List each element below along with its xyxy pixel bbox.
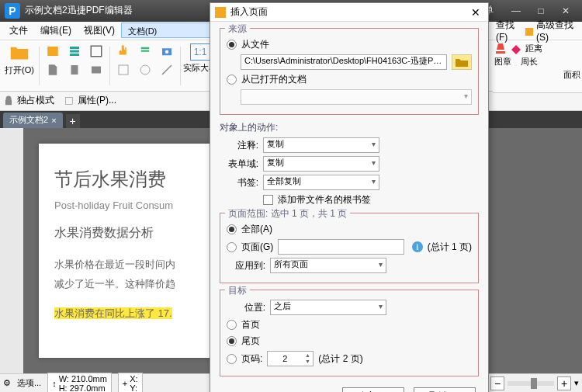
open-button[interactable]: 打开(O) — [3, 42, 36, 76]
separator — [180, 47, 181, 85]
range-all-label: 全部(A) — [241, 223, 272, 236]
target-first-radio[interactable] — [227, 320, 237, 330]
svg-rect-6 — [525, 28, 533, 36]
folder-icon — [456, 57, 468, 67]
pagenum-spinner[interactable]: 2▲▼ — [267, 351, 314, 366]
tool-btn-b1[interactable] — [43, 61, 63, 79]
gear-icon[interactable]: ⚙ — [3, 378, 11, 388]
close-button[interactable]: ✕ — [554, 3, 577, 19]
svg-rect-5 — [65, 97, 72, 104]
open-docs-select — [241, 89, 472, 105]
text-select-tool[interactable] — [135, 42, 155, 61]
target-pagenum-radio[interactable] — [227, 354, 237, 364]
range-total-hint: (总计 1 页) — [428, 241, 472, 254]
root-bookmark-label: 添加带文件名的根书签 — [278, 193, 371, 206]
zoom-out-button[interactable]: − — [490, 376, 504, 390]
target-legend: 目标 — [225, 284, 250, 297]
distance-label[interactable]: 距离 — [525, 43, 542, 54]
snapshot-tool[interactable] — [157, 42, 177, 61]
new-tab-button[interactable]: + — [66, 114, 80, 128]
dialog-close-button[interactable]: ✕ — [468, 6, 483, 19]
pages-input[interactable] — [278, 239, 404, 255]
annot-label: 注释: — [220, 139, 258, 152]
annot-select[interactable]: 复制 — [263, 137, 379, 153]
tab-label: 示例文档2 — [9, 114, 48, 126]
range-pages-radio[interactable] — [227, 242, 237, 252]
tool-btn-b3[interactable] — [86, 61, 106, 79]
tab-doc1[interactable]: 示例文档2 × — [3, 113, 63, 128]
from-file-radio[interactable] — [227, 40, 237, 50]
separator — [39, 47, 40, 85]
tool-c2[interactable] — [135, 61, 155, 79]
area-label[interactable]: 面积 — [563, 69, 580, 81]
properties-icon — [64, 95, 74, 106]
eraser-icon[interactable] — [510, 42, 522, 54]
actions-legend: 对象上的动作: — [220, 121, 479, 134]
source-group: 来源 从文件 C:\Users\Administrator\Desktop\FH… — [220, 28, 479, 115]
app-logo: P — [5, 3, 20, 19]
properties-button[interactable]: 属性(P)... — [64, 94, 116, 107]
range-all-radio[interactable] — [227, 224, 237, 234]
position-select[interactable]: 之后 — [270, 300, 386, 315]
lock-icon — [3, 95, 14, 106]
form-label: 表单域: — [220, 158, 258, 171]
properties-label: 属性(P)... — [78, 94, 116, 107]
ok-button[interactable]: 确定(O) — [342, 387, 404, 392]
separator — [109, 47, 110, 85]
zoom-dropdown-icon[interactable]: ▾ — [574, 378, 579, 388]
page-size-box: ↕ W: 210.0mmH: 297.0mm — [47, 373, 112, 393]
tool-btn-b2[interactable] — [64, 61, 85, 79]
nav-sidebar[interactable] — [0, 128, 23, 373]
source-legend: 来源 — [225, 23, 250, 36]
exclusive-label: 独占模式 — [17, 94, 54, 107]
from-file-label: 从文件 — [241, 38, 269, 51]
exclusive-mode[interactable]: 独占模式 — [3, 94, 54, 107]
menu-view[interactable]: 视图(V) — [78, 22, 121, 40]
folder-icon — [525, 26, 533, 36]
menu-file[interactable]: 文件 — [3, 22, 34, 40]
form-select[interactable]: 复制 — [263, 156, 379, 172]
zoom-slider[interactable] — [508, 381, 554, 386]
dialog-title: 插入页面 — [230, 5, 468, 19]
stamp-label[interactable]: 图章 — [494, 56, 511, 68]
range-pages-label: 页面(G) — [241, 241, 273, 254]
menu-find[interactable]: 查找(F) — [496, 19, 522, 43]
insert-pages-dialog: 插入页面 ✕ 来源 从文件 C:\Users\Administrator\Des… — [210, 2, 489, 392]
tool-btn-a1[interactable] — [43, 42, 63, 61]
zoom-in-button[interactable]: + — [557, 376, 571, 390]
dialog-icon — [215, 7, 226, 18]
stamp-icon[interactable] — [494, 42, 507, 54]
bookmark-label: 书签: — [220, 176, 258, 189]
pos-label: 位置: — [227, 301, 265, 314]
cancel-button[interactable]: 取消(C) — [414, 387, 476, 392]
maximize-button[interactable]: □ — [529, 3, 553, 19]
menu-edit[interactable]: 编辑(E) — [34, 22, 78, 40]
svg-point-2 — [165, 50, 169, 54]
hand-tool[interactable] — [113, 42, 133, 61]
info-icon[interactable]: i — [412, 241, 423, 252]
tool-btn-a3[interactable] — [86, 42, 106, 61]
perimeter-label[interactable]: 周长 — [521, 56, 538, 68]
svg-rect-3 — [119, 65, 128, 75]
first-label: 首页 — [241, 318, 260, 331]
tool-c3[interactable] — [157, 61, 177, 79]
tool-c1[interactable] — [113, 61, 133, 79]
one-to-one-icon: 1:1 — [190, 43, 211, 61]
svg-point-4 — [140, 65, 150, 75]
target-last-radio[interactable] — [227, 336, 237, 346]
tab-close-icon[interactable]: × — [51, 116, 56, 125]
tool-btn-a2[interactable] — [64, 42, 85, 61]
file-path-input[interactable]: C:\Users\Administrator\Desktop\FH04163C-… — [241, 54, 447, 70]
menu-adv-find[interactable]: 高级查找(S) — [536, 19, 579, 43]
from-open-radio[interactable] — [227, 75, 237, 85]
dialog-titlebar[interactable]: 插入页面 ✕ — [210, 3, 488, 22]
browse-button[interactable] — [452, 54, 472, 70]
bookmark-select[interactable]: 全部复制 — [263, 175, 379, 190]
last-label: 尾页 — [241, 335, 260, 348]
apply-label: 应用到: — [227, 259, 265, 272]
root-bookmark-checkbox[interactable] — [263, 195, 273, 205]
options-link[interactable]: 选项... — [17, 377, 41, 389]
apply-select[interactable]: 所有页面 — [270, 258, 386, 273]
range-legend: 页面范围: 选中 1 页，共 1 页 — [225, 207, 350, 220]
minimize-button[interactable]: — — [504, 3, 528, 19]
